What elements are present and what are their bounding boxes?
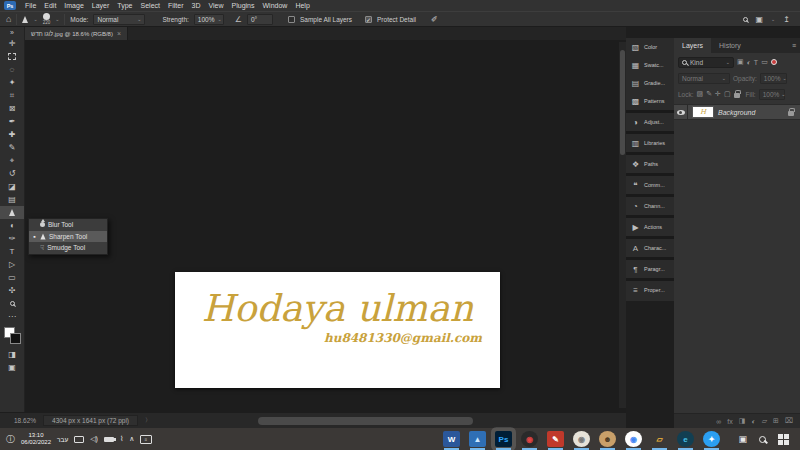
fill-dropdown[interactable]: 100% ⌄ [759, 89, 785, 100]
quick-mask-icon[interactable]: ◨ [0, 348, 24, 361]
notification-icon[interactable]: ⓘ [6, 433, 15, 446]
panel-button-gradients[interactable]: ▤ Gradie... [626, 74, 674, 92]
close-icon[interactable]: × [117, 30, 121, 37]
sample-all-layers-checkbox[interactable] [288, 16, 295, 23]
layer-mask-icon[interactable]: ◨ [739, 417, 746, 425]
history-brush-tool-icon[interactable]: ↺ [0, 167, 24, 180]
lock-artboard-icon[interactable]: ▢ [724, 90, 731, 98]
tab-history[interactable]: History [711, 38, 749, 53]
display-icon[interactable] [74, 436, 84, 443]
lock-position-icon[interactable]: ✛ [715, 90, 721, 98]
menu-filter[interactable]: Filter [164, 2, 188, 9]
flyout-item-smudge-tool[interactable]: ☟ Smudge Tool [29, 242, 107, 254]
type-tool-icon[interactable]: T [0, 245, 24, 258]
menu-type[interactable]: Type [113, 2, 136, 9]
tab-layers[interactable]: Layers [674, 38, 711, 53]
lock-pixels-icon[interactable]: ✎ [706, 90, 712, 98]
marquee-tool-icon[interactable] [0, 50, 24, 63]
taskbar-app-user-profile[interactable]: ☻ [599, 431, 616, 447]
usb-icon[interactable]: ⌇ [120, 435, 123, 443]
menu-select[interactable]: Select [137, 2, 164, 9]
panel-button-properties[interactable]: ≡ Proper... [626, 281, 674, 299]
panel-menu-icon[interactable]: ≡ [792, 38, 800, 53]
screen-mode-icon[interactable]: ▣ [0, 361, 24, 374]
language-indicator[interactable]: עבר [57, 436, 68, 443]
eyedropper-tool-icon[interactable]: ✒ [0, 115, 24, 128]
move-tool-icon[interactable]: ✛ [0, 37, 24, 50]
workspace-switcher-icon[interactable]: ▣ [756, 15, 764, 24]
status-expand-icon[interactable]: 〉 [145, 416, 151, 425]
angle-field[interactable]: 0° [247, 14, 273, 25]
clone-stamp-tool-icon[interactable]: ⌖ [0, 154, 24, 167]
lock-all-icon[interactable] [734, 93, 740, 98]
panel-button-color[interactable]: ▧ Color [626, 38, 674, 56]
menu-image[interactable]: Image [60, 2, 87, 9]
layer-thumbnail[interactable]: H [692, 106, 714, 118]
tray-chevron-icon[interactable]: ∧ [129, 435, 134, 443]
protect-detail-checkbox[interactable]: ✓ [365, 16, 372, 23]
path-selection-tool-icon[interactable]: ▷ [0, 258, 24, 271]
filter-pixel-layers-icon[interactable]: ▣ [737, 58, 744, 66]
search-icon[interactable] [743, 17, 748, 22]
vertical-scrollbar[interactable] [619, 42, 626, 408]
opacity-dropdown[interactable]: 100% ⌄ [760, 73, 787, 84]
taskbar-clock[interactable]: 13:10 06/02/2022 [21, 432, 51, 446]
foreground-background-swatches[interactable] [4, 327, 21, 344]
panel-button-libraries[interactable]: ▥ Libraries [626, 134, 674, 152]
battery-icon[interactable] [104, 437, 114, 442]
brush-preset-picker[interactable]: 220 [43, 13, 51, 26]
filter-toggle-icon[interactable] [771, 59, 777, 65]
strength-dropdown[interactable]: 100% ⌄ [194, 14, 224, 25]
panel-button-patterns[interactable]: ▩ Patterns [626, 92, 674, 110]
edit-toolbar-icon[interactable]: ⋯ [0, 310, 24, 323]
eraser-tool-icon[interactable]: ◪ [0, 180, 24, 193]
share-icon[interactable]: ↥ [783, 15, 790, 24]
layer-effects-icon[interactable]: fx [727, 418, 732, 425]
taskbar-app-video-editor[interactable]: ✎ [547, 431, 564, 447]
taskbar-app-file-explorer[interactable]: ▱ [651, 431, 668, 447]
taskbar-app-camera[interactable]: ◉ [573, 431, 590, 447]
menu-view[interactable]: View [205, 2, 228, 9]
layer-group-icon[interactable]: ▱ [762, 417, 767, 425]
taskbar-app-photoshop[interactable]: Ps [495, 431, 512, 447]
task-view-icon[interactable]: ▣ [738, 434, 747, 444]
gradient-tool-icon[interactable]: ▤ [0, 193, 24, 206]
pen-tool-icon[interactable]: ✑ [0, 232, 24, 245]
crop-tool-icon[interactable]: ⌗ [0, 89, 24, 102]
quick-selection-tool-icon[interactable]: ✦ [0, 76, 24, 89]
zoom-level[interactable]: 18.62% [14, 417, 36, 424]
filter-adjustment-layers-icon[interactable]: ◐ [747, 59, 751, 66]
taskbar-app-edge[interactable]: e [677, 431, 694, 447]
taskbar-app-chrome[interactable]: ◉ [625, 431, 642, 447]
layer-row-background[interactable]: H Background [674, 104, 800, 120]
zoom-tool-icon[interactable] [0, 297, 24, 310]
panel-button-paragraph[interactable]: ¶ Paragr... [626, 260, 674, 278]
new-layer-icon[interactable]: ⊞ [773, 417, 779, 425]
hand-tool-icon[interactable]: ✣ [0, 284, 24, 297]
blend-mode-dropdown[interactable]: Normal ⌄ [678, 73, 730, 84]
panel-button-comments[interactable]: ❝ Comm... [626, 176, 674, 194]
menu-file[interactable]: File [21, 2, 40, 9]
vertical-scrollbar-thumb[interactable] [620, 50, 625, 155]
layer-name[interactable]: Background [718, 109, 755, 116]
menu-plugins[interactable]: Plugins [228, 2, 259, 9]
layer-visibility-cell[interactable] [674, 105, 688, 119]
mode-dropdown[interactable]: Normal ⌄ [93, 14, 145, 25]
flyout-item-sharpen-tool[interactable]: ▪ Sharpen Tool [29, 231, 107, 243]
layer-filter-search[interactable]: Kind ⌄ [678, 57, 734, 68]
panel-button-actions[interactable]: ▶ Actions [626, 218, 674, 236]
panel-button-character[interactable]: A Charac... [626, 239, 674, 257]
taskbar-app-photos[interactable]: ▲ [469, 431, 486, 447]
start-button-icon[interactable] [778, 434, 783, 439]
panel-button-swatches[interactable]: ▦ Swatc... [626, 56, 674, 74]
menu-help[interactable]: Help [291, 2, 313, 9]
taskbar-search-icon[interactable] [759, 436, 766, 443]
sharpen-tool-preset-icon[interactable] [22, 16, 28, 23]
tool-preset-caret-icon[interactable]: ⌄ [33, 16, 37, 22]
taskbar-app-blue-app[interactable]: ✦ [703, 431, 720, 447]
panel-button-adjustments[interactable]: ◑ Adjust... [626, 113, 674, 131]
touch-keyboard-icon[interactable]: ⠿ [140, 435, 152, 444]
brush-tool-icon[interactable]: ✎ [0, 141, 24, 154]
horizontal-scrollbar-thumb[interactable] [258, 417, 473, 425]
pressure-toggle-icon[interactable]: ✐ [431, 15, 438, 24]
